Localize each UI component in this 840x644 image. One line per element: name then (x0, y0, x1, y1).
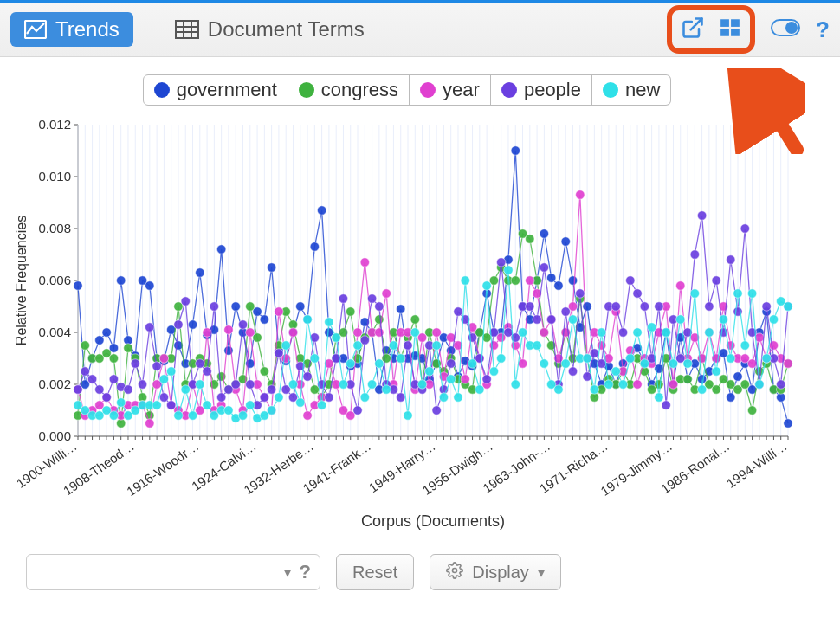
chevron-down-icon[interactable]: ▾ (284, 564, 291, 581)
svg-point-562 (203, 367, 211, 376)
button-label: Reset (352, 563, 397, 583)
footer-controls: ▾ ? Reset Display ▾ (0, 542, 840, 602)
svg-point-545 (81, 367, 89, 376)
svg-point-250 (116, 276, 125, 285)
svg-point-484 (360, 258, 369, 267)
toggle-icon[interactable] (771, 19, 800, 40)
legend-item[interactable]: congress (288, 74, 410, 106)
svg-point-335 (727, 393, 735, 402)
svg-point-405 (511, 276, 520, 285)
svg-point-494 (432, 328, 441, 337)
svg-point-555 (152, 362, 161, 370)
svg-point-289 (397, 305, 405, 313)
svg-point-741 (769, 315, 778, 324)
svg-point-725 (655, 393, 663, 402)
svg-point-735 (727, 354, 735, 363)
svg-point-631 (697, 211, 706, 220)
svg-point-368 (246, 302, 255, 311)
legend-item[interactable]: people (491, 74, 592, 106)
svg-point-697 (454, 393, 462, 402)
toolbar: Trends Document Terms (0, 0, 840, 57)
svg-point-589 (397, 393, 405, 402)
svg-point-708 (533, 341, 541, 350)
svg-point-659 (181, 385, 190, 394)
svg-point-551 (124, 385, 132, 394)
svg-point-579 (325, 393, 333, 402)
svg-point-632 (705, 302, 714, 311)
svg-point-723 (640, 359, 649, 368)
tab-label: Trends (55, 17, 120, 42)
svg-point-688 (389, 341, 397, 350)
legend-item[interactable]: government (143, 74, 288, 106)
svg-point-682 (346, 359, 355, 368)
svg-point-309 (540, 229, 548, 238)
svg-point-665 (224, 406, 233, 415)
svg-point-425 (655, 380, 663, 389)
svg-point-660 (188, 411, 197, 420)
svg-point-667 (238, 411, 247, 420)
svg-point-726 (662, 328, 670, 337)
svg-point-671 (267, 406, 275, 415)
svg-point-544 (74, 385, 82, 394)
svg-point-594 (432, 406, 441, 415)
search-input[interactable] (36, 554, 275, 590)
legend-label: congress (321, 79, 398, 101)
svg-point-266 (231, 302, 240, 311)
svg-point-547 (95, 385, 104, 394)
svg-point-705 (511, 380, 520, 389)
svg-point-507 (526, 276, 534, 285)
svg-point-675 (296, 398, 305, 407)
display-button[interactable]: Display ▾ (430, 554, 561, 590)
svg-point-568 (246, 380, 255, 389)
help-icon[interactable]: ? (816, 16, 830, 43)
svg-point-571 (267, 385, 275, 394)
help-icon[interactable]: ? (300, 561, 311, 583)
reset-button[interactable]: Reset (336, 554, 414, 590)
svg-text:Relative Frequencies: Relative Frequencies (14, 216, 29, 345)
svg-point-487 (382, 289, 391, 298)
svg-point-680 (332, 333, 340, 342)
svg-point-583 (353, 406, 362, 415)
svg-point-502 (489, 341, 498, 350)
svg-point-563 (210, 302, 218, 311)
svg-point-247 (95, 336, 104, 345)
search-box[interactable]: ▾ ? (26, 554, 320, 590)
svg-point-546 (87, 375, 96, 383)
svg-point-561 (196, 359, 204, 368)
svg-point-543 (784, 359, 792, 368)
svg-point-711 (554, 385, 563, 394)
svg-point-554 (145, 323, 154, 332)
tab-trends[interactable]: Trends (10, 12, 133, 47)
legend-item[interactable]: new (592, 74, 671, 106)
svg-point-603 (496, 258, 505, 267)
legend-label: year (443, 79, 480, 101)
windows-icon[interactable] (719, 16, 741, 42)
legend-item[interactable]: year (410, 74, 491, 106)
svg-point-506 (518, 359, 527, 368)
svg-point-264 (216, 245, 225, 254)
gear-icon (446, 562, 463, 583)
trend-plot: 0.0000.0020.0040.0060.0080.0100.012Relat… (9, 116, 805, 531)
external-link-icon[interactable] (681, 16, 705, 43)
svg-point-570 (260, 393, 268, 402)
svg-text:0.010: 0.010 (38, 169, 71, 184)
svg-point-692 (417, 380, 426, 389)
svg-point-313 (568, 276, 577, 285)
svg-point-730 (690, 289, 699, 298)
svg-point-599 (468, 333, 476, 342)
svg-point-549 (109, 375, 118, 383)
svg-point-564 (216, 393, 225, 402)
svg-point-610 (546, 315, 555, 324)
tab-document-terms[interactable]: Document Terms (161, 12, 378, 47)
svg-point-687 (382, 385, 391, 394)
svg-point-716 (590, 385, 598, 394)
svg-point-678 (317, 401, 326, 409)
legend-dot (154, 82, 170, 98)
svg-point-657 (166, 367, 175, 376)
svg-point-349 (109, 354, 118, 363)
svg-point-254 (145, 281, 154, 290)
svg-point-739 (755, 380, 764, 389)
svg-line-6 (691, 19, 702, 30)
chart-panel: governmentcongressyearpeoplenew 0.0000.0… (0, 57, 840, 542)
svg-point-677 (310, 354, 319, 363)
